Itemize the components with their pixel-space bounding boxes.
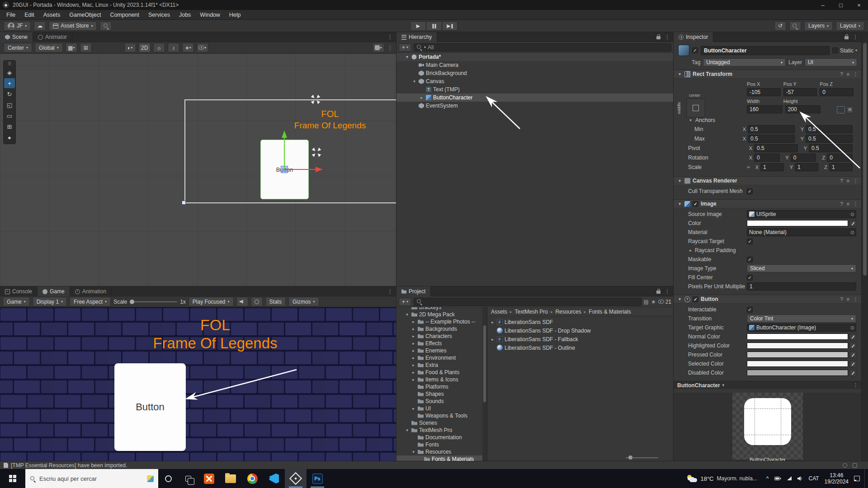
menu-item-edit[interactable]: Edit [20,10,39,20]
hierarchy-item-canvas[interactable]: ▾Canvas [396,77,674,85]
project-folder-fonts-materials[interactable]: Fonts & Materials [396,455,487,461]
foldout-arrow-icon[interactable]: ▾ [677,72,682,76]
foldout-arrow-icon[interactable]: ▾ [677,202,682,206]
scale-tool[interactable]: ◱ [4,100,15,110]
eyedropper-icon[interactable] [849,343,856,349]
search-by-type-icon[interactable]: ▤ [644,299,649,305]
hierarchy-item-text-tmp[interactable]: Text (TMP) [396,85,674,94]
kebab-menu-icon[interactable]: ⋮ [853,71,858,77]
number-field[interactable]: 1 [760,163,784,171]
foldout-arrow-icon[interactable]: ▸ [419,95,424,100]
checkbox[interactable]: ✓ [747,307,753,313]
project-folder-example-photos[interactable]: ▸-- Example Photos -- [396,318,487,325]
active-checkbox[interactable]: ✓ [692,47,698,53]
dropdown[interactable]: Sliced▾ [747,264,856,272]
object-picker-icon[interactable]: ⊙ [850,230,854,235]
close-button[interactable]: × [850,0,868,10]
display-target-dropdown[interactable]: Game▾ [3,297,30,306]
hierarchy-item-portada[interactable]: ▾Portada* [396,53,674,61]
object-picker-icon[interactable]: ⊙ [850,211,854,217]
help-icon[interactable]: ? [840,296,843,302]
gizmos-dropdown[interactable]: Gizmos▾ [288,297,319,306]
foldout-arrow-icon[interactable]: ▾ [405,428,410,432]
favorites-icon[interactable]: ★ [651,299,656,305]
project-folder-resources[interactable]: ▾Resources [396,448,487,455]
tab-hierarchy[interactable]: Hierarchy [396,32,437,42]
project-folder-extra[interactable]: ▸Extra [396,361,487,369]
tab-scene[interactable]: Scene [0,32,33,42]
language-indicator[interactable]: CAT [809,475,819,482]
anchor-preset-button[interactable]: center middle [678,93,711,122]
help-icon[interactable]: ? [840,71,843,77]
foldout-arrow-icon[interactable]: ▸ [411,406,416,411]
project-tree-scrollbar[interactable] [482,307,487,461]
kebab-menu-icon[interactable]: ⋮ [853,296,858,302]
project-folder-shapes[interactable]: Shapes [396,390,487,398]
tab-game[interactable]: Game [38,286,70,296]
object-field[interactable]: None (Material)⊙ [747,228,856,236]
kebab-menu-icon[interactable]: ⋮ [853,201,858,207]
rect-tool[interactable]: ▭ [4,111,15,121]
project-folder-effects[interactable]: ▸Effects [396,340,487,347]
rect-corner-handle[interactable] [182,201,186,205]
number-field[interactable]: 0.5 [754,144,798,152]
hidden-packages-count[interactable]: 21 [658,299,671,305]
asset-liberationsans-sdf-outline[interactable]: LiberationSans SDF - Outline [487,343,674,352]
foldout-arrow-icon[interactable]: ▸ [411,319,416,324]
display-dropdown[interactable]: Display 1▾ [33,297,67,306]
lighting-toggle-button[interactable]: ☼ [153,43,165,52]
foldout-arrow-icon[interactable]: ▸ [490,320,495,324]
breadcrumb-fonts-materials[interactable]: Fonts & Materials [589,309,631,315]
inspector-scrollbar[interactable] [862,32,868,461]
menu-item-window[interactable]: Window [195,10,224,20]
maximize-button[interactable]: □ [832,0,850,10]
project-folder-enemies[interactable]: ▸Enemies [396,347,487,354]
foldout-arrow-icon[interactable]: ▸ [688,248,693,253]
tag-dropdown[interactable]: Untagged▾ [703,58,786,66]
tab-project[interactable]: Project [396,286,431,296]
foldout-arrow-icon[interactable]: ▾ [405,312,410,317]
game-viewport[interactable]: FOL Frame Of Legends Button [0,307,396,461]
object-field[interactable]: UISprite⊙ [747,210,856,218]
breadcrumb-assets[interactable]: Assets [491,309,507,315]
audio-toggle-button[interactable]: ♪ [168,43,179,52]
number-field[interactable]: 0.5 [806,125,853,133]
checkbox[interactable]: ✓ [747,275,753,281]
presets-icon[interactable]: ≡ [847,178,849,184]
action-center-icon[interactable] [854,476,860,481]
eyedropper-icon[interactable] [849,352,856,358]
progress-indicator-icon[interactable] [843,463,847,468]
task-view-button[interactable] [178,469,198,488]
step-button[interactable]: ▶ [442,21,458,31]
menu-item-file[interactable]: File [2,10,20,20]
number-field[interactable]: 0.5 [806,135,853,143]
color-field[interactable] [747,343,856,349]
number-field[interactable]: 1 [747,282,856,291]
lock-icon[interactable] [656,36,660,39]
tool-strip-grip[interactable]: ☰ [8,61,11,67]
grid-visibility-button[interactable]: ▦▾ [66,43,77,52]
scrollbar-thumb[interactable] [863,43,867,276]
number-field[interactable]: 0 [791,154,816,162]
menu-item-assets[interactable]: Assets [39,10,65,20]
number-field[interactable]: 0.5 [748,135,795,143]
color-field[interactable] [747,220,856,227]
kebab-menu-icon[interactable]: ⋮ [387,288,393,295]
menu-item-services[interactable]: Services [144,10,175,20]
static-dropdown[interactable]: Static ▾ [832,47,857,54]
presets-icon[interactable]: ≡ [847,296,849,302]
hierarchy-item-main-camera[interactable]: Main Camera [396,61,674,69]
number-field[interactable]: 1 [795,163,818,171]
project-folder-food-plants[interactable]: ▸Food & Plants [396,369,487,376]
search-highlights-icon[interactable] [147,475,154,482]
help-icon[interactable]: ? [840,201,843,207]
cortana-button[interactable] [158,469,178,488]
play-button[interactable]: ▶ [410,21,426,31]
kebab-menu-icon[interactable]: ⋮ [665,34,670,40]
project-search[interactable] [414,298,642,306]
scene-visibility-dropdown[interactable]: ▾ [197,43,208,52]
effects-dropdown[interactable]: ∗▾ [182,43,194,52]
menu-item-help[interactable]: Help [225,10,245,20]
color-field[interactable] [747,352,856,358]
scene-camera-dropdown[interactable]: ▾ [373,43,384,52]
